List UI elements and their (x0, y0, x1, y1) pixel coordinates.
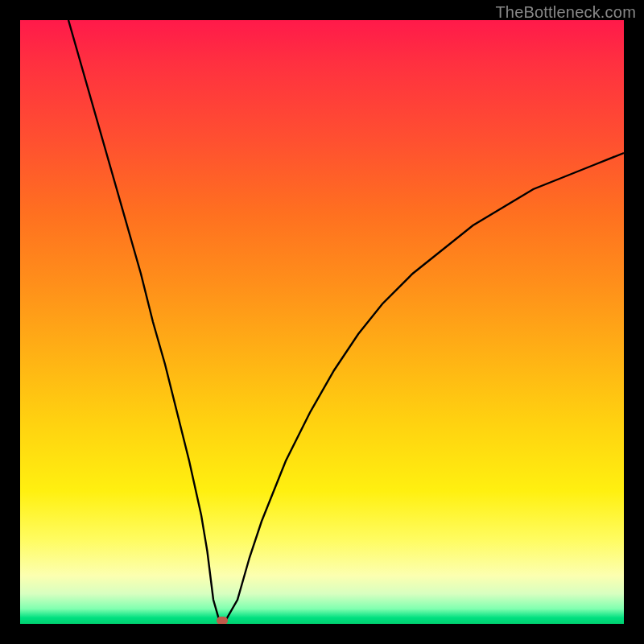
curve-layer (20, 20, 624, 624)
bottleneck-curve (68, 20, 624, 621)
plot-area (20, 20, 624, 624)
chart-frame: TheBottleneck.com (0, 0, 644, 644)
optimum-marker (217, 617, 228, 624)
watermark-text: TheBottleneck.com (495, 3, 636, 22)
